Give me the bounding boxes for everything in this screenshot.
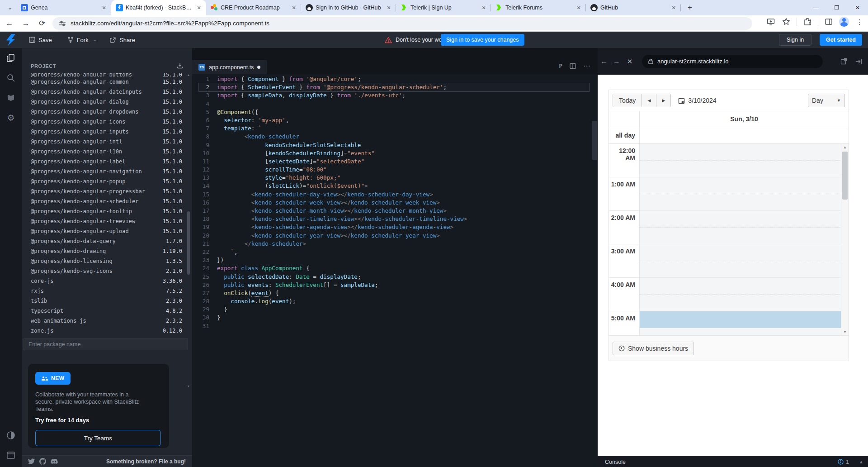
slot-cell[interactable]: [640, 161, 849, 177]
console-expand-chevron-icon[interactable]: ▲: [859, 459, 863, 464]
code-line[interactable]: 13 style="height: 600px;": [192, 174, 598, 182]
browser-tab[interactable]: CRE Product Roadmap✕: [206, 0, 301, 15]
package-row[interactable]: @progress/kendo-angular-dialog15.1.0: [22, 97, 192, 107]
tab-search-chevron-icon[interactable]: ⌄: [4, 1, 16, 14]
window-restore-button[interactable]: ❐: [826, 0, 847, 15]
code-line[interactable]: 14 (slotCLick)="onClick($event)">: [192, 182, 598, 190]
slot-cell[interactable]: [640, 295, 849, 311]
preview-url-text[interactable]: angular-st2crm.stackblitz.io: [657, 58, 729, 65]
slot-cell[interactable]: [640, 278, 849, 295]
share-button[interactable]: Share: [110, 37, 135, 43]
menu-dots-icon[interactable]: ⋮: [854, 17, 864, 27]
editor-tab-app-component[interactable]: TS app.component.ts: [192, 60, 267, 74]
side-panel-icon[interactable]: [824, 17, 834, 27]
code-line[interactable]: 28 console.log(event);: [192, 297, 598, 305]
package-row[interactable]: @progress/kendo-angular-intl15.1.0: [22, 137, 192, 147]
fork-dropdown-chevron-icon[interactable]: ⌄: [93, 38, 97, 42]
code-line[interactable]: 24export class AppComponent {: [192, 264, 598, 272]
install-icon[interactable]: [766, 17, 776, 27]
tab-close-icon[interactable]: ✕: [195, 4, 203, 11]
site-settings-icon[interactable]: [59, 20, 66, 27]
package-row[interactable]: @progress/kendo-angular-dropdowns15.1.0: [22, 107, 192, 117]
code-line[interactable]: 20 <kendo-scheduler-year-view></kendo-sc…: [192, 232, 598, 240]
package-row[interactable]: tslib2.3.0: [22, 296, 192, 306]
code-line[interactable]: 23}): [192, 256, 598, 264]
profile-avatar[interactable]: [839, 17, 849, 27]
package-row[interactable]: @progress/kendo-angular-icons15.1.0: [22, 117, 192, 127]
extensions-puzzle-icon[interactable]: [802, 17, 812, 27]
tab-close-icon[interactable]: ✕: [385, 4, 392, 11]
preview-back-icon[interactable]: ←: [598, 57, 610, 66]
stackblitz-logo-icon[interactable]: [6, 34, 15, 46]
package-row[interactable]: @progress/kendo-data-query1.7.0: [22, 236, 192, 246]
prettier-icon[interactable]: P: [559, 62, 562, 69]
date-picker-button[interactable]: 3/10/2024: [678, 97, 716, 104]
tab-close-icon[interactable]: ✕: [100, 4, 108, 11]
refresh-icon[interactable]: ⟳: [35, 17, 49, 30]
panel-layout-icon[interactable]: [0, 445, 22, 465]
preview-forward-icon[interactable]: →: [610, 57, 623, 66]
slot-cell[interactable]: [640, 328, 849, 335]
window-minimize-button[interactable]: —: [806, 0, 826, 15]
all-day-row[interactable]: all day: [609, 127, 849, 144]
code-line[interactable]: 25 public selectedDate: Date = displayDa…: [192, 273, 598, 281]
package-row[interactable]: @progress/kendo-angular-tooltip15.1.0: [22, 206, 192, 216]
code-area[interactable]: 1import { Component } from '@angular/cor…: [192, 75, 598, 467]
settings-gear-icon[interactable]: ⚙: [0, 108, 22, 128]
split-editor-icon[interactable]: [570, 63, 576, 69]
next-day-icon[interactable]: ▶: [656, 94, 670, 107]
slot-cell[interactable]: [640, 211, 849, 228]
package-row[interactable]: @progress/kendo-angular-progressbar15.1.…: [22, 186, 192, 196]
code-line[interactable]: 6 selector: 'my-app',: [192, 116, 598, 124]
browser-tab[interactable]: Genea✕: [16, 0, 111, 15]
slot-cell[interactable]: [640, 228, 849, 244]
bookmark-star-icon[interactable]: [781, 17, 791, 27]
package-row[interactable]: @progress/kendo-angular-treeview15.1.0: [22, 216, 192, 226]
forward-icon[interactable]: →: [19, 17, 33, 30]
code-line[interactable]: 15 <kendo-scheduler-day-view></kendo-sch…: [192, 191, 598, 199]
browser-tab[interactable]: Telerik | Sign Up✕: [396, 0, 491, 15]
browser-tab[interactable]: Telerik Forums✕: [491, 0, 586, 15]
package-row[interactable]: @progress/kendo-angular-popup15.1.0: [22, 176, 192, 186]
package-search-input[interactable]: [24, 338, 188, 350]
code-line[interactable]: 27 onClick(event) {: [192, 289, 598, 297]
browser-tab[interactable]: Sign in to GitHub · GitHub✕: [301, 0, 396, 15]
code-line[interactable]: 17 <kendo-scheduler-month-view></kendo-s…: [192, 207, 598, 215]
deployments-icon[interactable]: [0, 88, 22, 108]
code-line[interactable]: 2import { SchedulerEvent } from '@progre…: [192, 83, 598, 91]
scheduler-scrollbar[interactable]: ▲ ▼: [841, 144, 849, 335]
code-line[interactable]: 26 public events: SchedulerEvent[] = sam…: [192, 281, 598, 289]
signin-to-save-button[interactable]: Sign in to save your changes: [441, 34, 524, 46]
package-row[interactable]: zone.js0.12.0: [22, 326, 192, 336]
package-row[interactable]: @progress/kendo-angular-label15.1.0: [22, 157, 192, 167]
try-teams-button[interactable]: Try Teams: [35, 430, 161, 446]
show-business-hours-button[interactable]: Show business hours: [613, 342, 694, 355]
slot-cell[interactable]: [640, 244, 849, 261]
package-row[interactable]: @progress/kendo-angular-scheduler15.1.0: [22, 196, 192, 206]
theme-contrast-icon[interactable]: [0, 425, 22, 445]
code-line[interactable]: 30}: [192, 314, 598, 322]
files-icon[interactable]: [0, 48, 22, 68]
new-tab-button[interactable]: +: [684, 1, 696, 14]
selected-slot[interactable]: [640, 311, 849, 328]
dock-panel-icon[interactable]: [855, 58, 863, 65]
package-row[interactable]: @progress/kendo-drawing1.19.0: [22, 246, 192, 256]
code-line[interactable]: 4: [192, 100, 598, 108]
file-a-bug-link[interactable]: Something broken? File a bug!: [62, 458, 186, 465]
github-icon[interactable]: [39, 458, 46, 465]
search-icon[interactable]: [0, 68, 22, 88]
scheduler-scrollbar-thumb[interactable]: [842, 152, 848, 200]
sidebar-scrollbar-thumb[interactable]: [187, 211, 190, 275]
console-bar[interactable]: Console 1 ▲: [598, 456, 868, 467]
code-line[interactable]: 7 template: `: [192, 124, 598, 133]
prev-day-icon[interactable]: ◀: [642, 94, 656, 107]
twitter-icon[interactable]: [28, 458, 35, 464]
url-text[interactable]: stackblitz.com/edit/angular-st2crm?file=…: [71, 20, 269, 27]
code-line[interactable]: 16 <kendo-scheduler-week-view></kendo-sc…: [192, 199, 598, 207]
tab-close-icon[interactable]: ✕: [290, 4, 297, 11]
code-line[interactable]: 29 }: [192, 305, 598, 314]
package-row[interactable]: @progress/kendo-angular-navigation15.1.0: [22, 167, 192, 176]
code-line[interactable]: 1import { Component } from '@angular/cor…: [192, 75, 598, 83]
package-row[interactable]: @progress/kendo-licensing1.3.5: [22, 256, 192, 266]
package-row[interactable]: typescript4.8.2: [22, 306, 192, 316]
